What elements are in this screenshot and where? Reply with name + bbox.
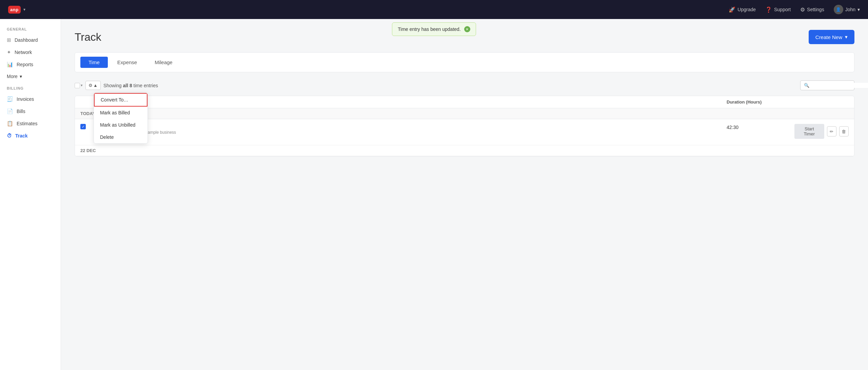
sidebar-more-item[interactable]: More ▾	[0, 71, 61, 82]
sidebar-item-network[interactable]: ✦ Network	[0, 46, 61, 58]
checkbox-wrap: ▾	[75, 83, 83, 88]
col-actions	[794, 99, 849, 105]
showing-count: all 8	[123, 83, 132, 88]
showing-text: Showing all 8 time entries	[103, 83, 797, 88]
checkbox-chevron-icon[interactable]: ▾	[81, 83, 83, 88]
create-new-button[interactable]: Create New ▾	[809, 30, 854, 44]
delete-button[interactable]: 🗑	[839, 126, 849, 136]
row-description-cell: Des… terials Corporate materials for exa…	[101, 124, 727, 140]
dropdown-item-convert[interactable]: Convert To…	[94, 93, 147, 107]
search-box[interactable]: 🔍	[800, 80, 854, 90]
sidebar-item-label: Track	[15, 133, 28, 138]
nav-logo-area: anp ▾	[8, 6, 25, 14]
row-by-text: by John for Jane Doe	[101, 135, 727, 140]
support-icon: ❓	[765, 6, 772, 13]
row-sub-description: Corporate materials for example business	[101, 130, 727, 135]
sidebar-item-label: Network	[15, 50, 32, 55]
user-chevron-icon: ▾	[857, 7, 860, 12]
upgrade-label: Upgrade	[737, 7, 756, 12]
top-nav: anp ▾ 🚀 Upgrade ❓ Support ⚙ Settings 👤 J…	[0, 0, 868, 19]
sidebar-item-label: Invoices	[17, 96, 34, 102]
select-all-checkbox[interactable]	[75, 83, 80, 88]
dashboard-icon: ⊞	[7, 37, 11, 43]
dropdown-item-delete[interactable]: Delete	[94, 131, 147, 143]
user-name-label: John	[845, 7, 855, 12]
nav-right-area: 🚀 Upgrade ❓ Support ⚙ Settings 👤 John ▾	[729, 5, 860, 14]
more-label: More	[7, 74, 18, 79]
toast-notification: Time entry has been updated. ✕	[392, 22, 476, 36]
section-dec22: 22 DEC	[75, 145, 854, 156]
showing-suffix: time entries	[132, 83, 158, 88]
dropdown-menu: Convert To… Mark as Billed Mark as Unbil…	[94, 93, 148, 144]
main-content: Track Create New ▾ Time Expense Mileage …	[61, 19, 868, 370]
estimates-icon: 📋	[7, 121, 13, 127]
sidebar-item-reports[interactable]: 📊 Reports	[0, 58, 61, 71]
table-row: ✓ Des… terials Corporate materials for e…	[75, 119, 854, 145]
settings-icon: ⚙	[800, 6, 805, 13]
tabs-container: Time Expense Mileage	[75, 52, 854, 72]
toast-close-button[interactable]: ✕	[464, 26, 470, 32]
create-new-label: Create New	[815, 34, 842, 40]
settings-nav-item[interactable]: ⚙ Settings	[800, 6, 824, 13]
layout: GENERAL ⊞ Dashboard ✦ Network 📊 Reports …	[0, 0, 868, 370]
toast-message: Time entry has been updated.	[398, 26, 461, 32]
logo-chevron[interactable]: ▾	[23, 7, 25, 12]
chevron-up-icon: ▲	[93, 83, 98, 88]
table-controls: ▾ ⚙ ▲ Showing all 8 time entries 🔍 Conve…	[75, 80, 854, 90]
col-date: Date	[101, 99, 727, 105]
tab-time[interactable]: Time	[80, 57, 108, 68]
tab-mileage[interactable]: Mileage	[146, 57, 181, 68]
create-new-chevron-icon: ▾	[845, 34, 848, 40]
start-timer-button[interactable]: Start Timer	[794, 124, 824, 139]
avatar: 👤	[834, 5, 843, 14]
dropdown-item-mark-billed[interactable]: Mark as Billed	[94, 107, 147, 119]
search-icon: 🔍	[804, 83, 809, 88]
reports-icon: 📊	[7, 61, 13, 68]
upgrade-icon: 🚀	[729, 6, 735, 13]
col-duration: Duration (Hours)	[727, 99, 794, 105]
edit-button[interactable]: ✏	[827, 126, 836, 136]
gear-icon: ⚙	[88, 83, 93, 88]
row-actions: Start Timer ✏ 🗑	[794, 124, 849, 139]
sidebar-item-dashboard[interactable]: ⊞ Dashboard	[0, 34, 61, 46]
support-label: Support	[774, 7, 791, 12]
sidebar-item-label: Reports	[17, 62, 33, 67]
network-icon: ✦	[7, 49, 11, 55]
page-title: Track	[75, 31, 101, 43]
row-description: Des… terials	[101, 124, 727, 129]
more-chevron-icon: ▾	[20, 74, 22, 79]
upgrade-nav-item[interactable]: 🚀 Upgrade	[729, 6, 756, 13]
support-nav-item[interactable]: ❓ Support	[765, 6, 791, 13]
sidebar-item-invoices[interactable]: 🧾 Invoices	[0, 93, 61, 105]
dropdown-item-mark-unbilled[interactable]: Mark as Unbilled	[94, 119, 147, 131]
gear-actions-button[interactable]: ⚙ ▲	[85, 81, 101, 90]
sidebar-section-general: GENERAL	[0, 27, 61, 34]
time-entries-table: Date Duration (Hours) TODAY ✓ Des… teria…	[75, 96, 854, 156]
tab-expense[interactable]: Expense	[109, 57, 145, 68]
sidebar-item-bills[interactable]: 📄 Bills	[0, 105, 61, 117]
settings-label: Settings	[807, 7, 824, 12]
sidebar-item-track[interactable]: ⏱ Track	[0, 130, 61, 142]
user-nav-item[interactable]: 👤 John ▾	[834, 5, 860, 14]
row-duration: 42:30	[727, 124, 794, 130]
row-checkbox[interactable]: ✓	[80, 124, 86, 129]
sidebar-item-label: Bills	[17, 109, 25, 114]
bills-icon: 📄	[7, 108, 13, 114]
table-header: Date Duration (Hours)	[75, 96, 854, 108]
search-input[interactable]	[811, 83, 868, 88]
sidebar-item-label: Estimates	[17, 121, 37, 126]
invoices-icon: 🧾	[7, 96, 13, 102]
track-icon: ⏱	[7, 133, 12, 138]
sidebar: GENERAL ⊞ Dashboard ✦ Network 📊 Reports …	[0, 19, 61, 370]
sidebar-item-label: Dashboard	[15, 37, 38, 43]
sidebar-item-estimates[interactable]: 📋 Estimates	[0, 117, 61, 130]
logo-badge[interactable]: anp	[8, 6, 21, 14]
sidebar-section-billing: BILLING	[0, 86, 61, 93]
showing-prefix: Showing	[103, 83, 123, 88]
section-today: TODAY	[75, 108, 854, 119]
